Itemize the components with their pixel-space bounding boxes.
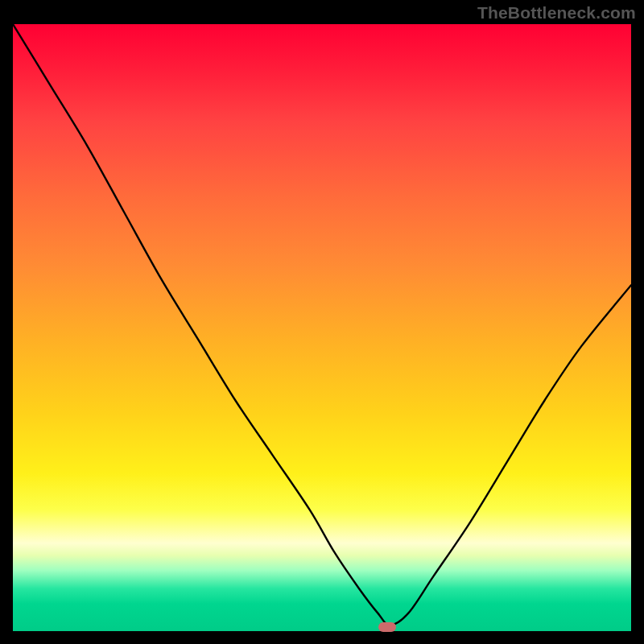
watermark-text: TheBottleneck.com [477,3,636,23]
plot-area [13,24,631,631]
bottleneck-curve [13,24,631,631]
chart-stage: TheBottleneck.com [0,0,644,644]
optimum-marker [378,622,396,632]
